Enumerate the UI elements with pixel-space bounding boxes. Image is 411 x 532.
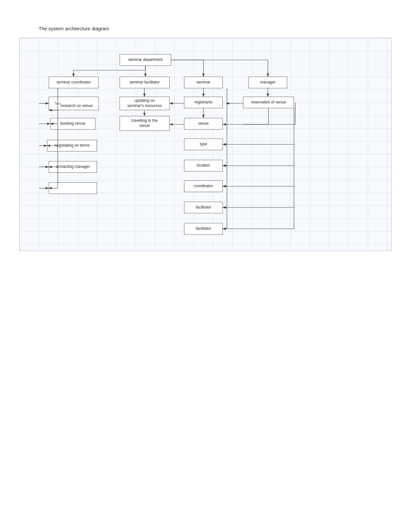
box-facilitator1: facilitator [184,202,223,213]
box-registrants: registrants [184,97,223,108]
box-booking: booking venue [50,118,95,130]
box-manager: manager [249,77,287,88]
box-seminar: seminar [184,77,223,88]
box-updating: updating onseminar's resources [120,97,170,110]
box-seminar-facil: seminar facilitator [120,77,170,88]
box-type: type [184,139,223,150]
box-seminar-coord: seminar coordinator [49,77,99,88]
box-location: location [184,160,223,171]
box-text-research: Textresearch on venue [49,97,99,110]
box-coordinator: coordinator [184,180,223,192]
box-facilitator2: facilitator [184,223,223,235]
box-reservation: reservation of venue [243,97,294,108]
box-contacting: contacting manager [49,161,97,173]
box-venue: venue [184,118,223,130]
page-title: The system architecture diagram [39,26,411,31]
diagram-inner: seminar department seminar coordinator s… [20,44,391,244]
box-travelling: travelling to thevenue [120,116,170,131]
diagram-container: seminar department seminar coordinator s… [19,38,392,251]
box-empty [49,182,97,194]
box-negotiating: negotiating on terms [47,140,97,151]
box-seminar-dept: seminar department [120,54,171,66]
